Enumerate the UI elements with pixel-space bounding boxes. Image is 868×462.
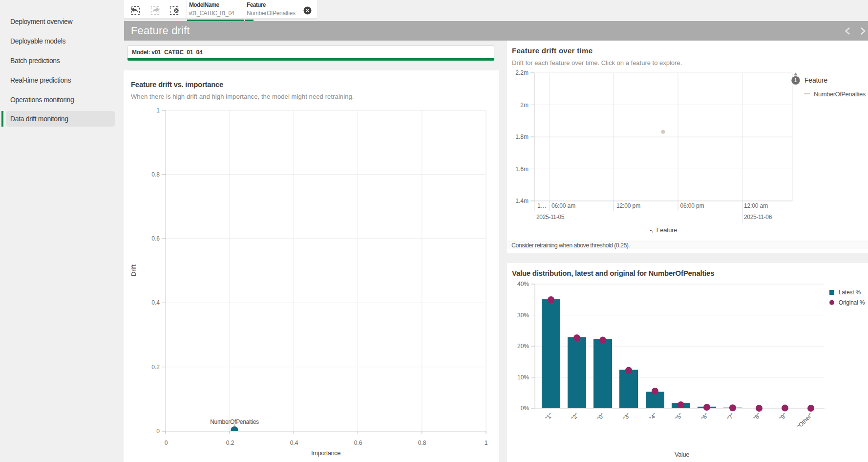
svg-text:1: 1 [485, 440, 488, 446]
svg-text:Latest %: Latest % [839, 289, 861, 296]
svg-text:1…: 1… [537, 202, 547, 209]
svg-text:12:00 pm: 12:00 pm [616, 202, 640, 209]
svg-text:1: 1 [794, 78, 797, 83]
svg-text:"4": "4" [648, 412, 658, 422]
svg-text:Drift for each feature over ti: Drift for each feature over time. Click … [512, 59, 682, 66]
svg-text:"6": "6" [699, 412, 710, 422]
svg-text:0.8: 0.8 [418, 440, 426, 446]
svg-text:06:00 pm: 06:00 pm [680, 202, 704, 209]
svg-text:20%: 20% [517, 343, 529, 350]
svg-text:"8": "8" [752, 412, 762, 422]
svg-text:2m: 2m [520, 102, 529, 109]
svg-text:NumberOfPenalties: NumberOfPenalties [814, 90, 866, 98]
svg-text:Feature drift over time: Feature drift over time [512, 46, 593, 55]
svg-text:30%: 30% [517, 312, 529, 319]
svg-text:0: 0 [165, 440, 168, 446]
svg-text:When there is high drift and h: When there is high drift and high import… [131, 93, 354, 100]
svg-text:"9": "9" [778, 412, 788, 422]
svg-text:1.6m: 1.6m [515, 166, 529, 173]
svg-text:Original %: Original % [839, 299, 865, 306]
svg-text:"Other": "Other" [796, 412, 814, 430]
svg-text:40%: 40% [517, 281, 529, 287]
svg-text:0.4: 0.4 [290, 440, 298, 446]
svg-text:Drift: Drift [130, 264, 137, 276]
svg-text:"0": "0" [595, 412, 606, 422]
svg-text:2.2m: 2.2m [515, 69, 529, 76]
svg-text:Value: Value [675, 451, 689, 458]
svg-text:10%: 10% [517, 374, 529, 381]
svg-text:0%: 0% [521, 405, 529, 412]
svg-text:0.6: 0.6 [151, 235, 160, 242]
svg-text:"5": "5" [674, 412, 684, 422]
svg-text:1.4m: 1.4m [515, 198, 529, 204]
svg-text:1.8m: 1.8m [515, 133, 529, 140]
svg-text:2025-11-06: 2025-11-06 [744, 214, 772, 220]
svg-text:Importance: Importance [311, 449, 340, 457]
svg-text:0.8: 0.8 [151, 171, 160, 178]
svg-text:0.4: 0.4 [151, 299, 160, 306]
svg-text:0.2: 0.2 [151, 364, 160, 371]
svg-text:0.6: 0.6 [354, 440, 362, 446]
svg-text:"3": "3" [621, 412, 632, 422]
svg-text:"1": "1" [544, 412, 554, 422]
svg-text:0: 0 [156, 428, 160, 435]
svg-text:NumberOfPenalties: NumberOfPenalties [210, 418, 259, 425]
svg-text:Feature: Feature [804, 76, 827, 84]
svg-text:-, Feature: -, Feature [650, 226, 677, 234]
svg-text:Feature drift vs. importance: Feature drift vs. importance [131, 80, 223, 88]
svg-text:2025-11-05: 2025-11-05 [536, 214, 565, 220]
svg-text:06:00 am: 06:00 am [551, 202, 575, 209]
svg-text:1: 1 [156, 107, 160, 114]
svg-text:Consider retraining when above: Consider retraining when above threshold… [511, 242, 630, 249]
svg-text:"7": "7" [725, 412, 736, 422]
svg-text:"2": "2" [570, 412, 580, 422]
svg-text:Value distribution, latest and: Value distribution, latest and original … [512, 269, 714, 277]
svg-text:12:00 am: 12:00 am [744, 202, 768, 209]
svg-text:0.2: 0.2 [226, 440, 234, 446]
